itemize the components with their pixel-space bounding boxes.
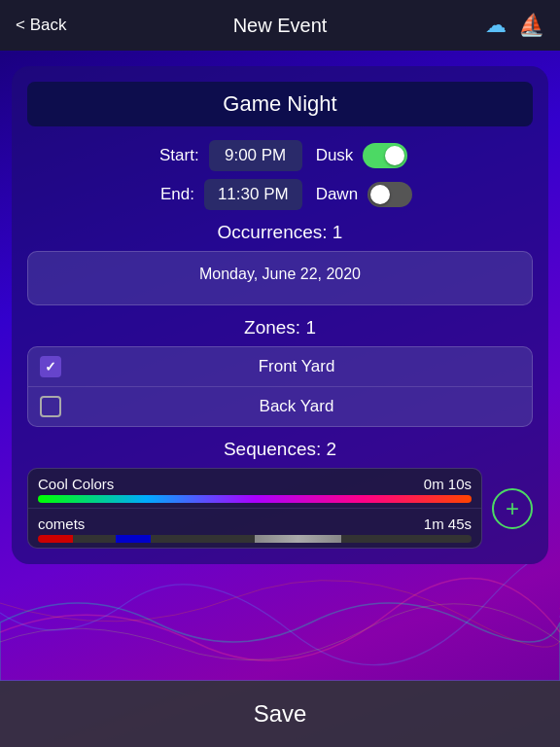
seq-name-cool: Cool Colors <box>38 476 114 492</box>
start-row: Start: 9:00 PM Dusk <box>27 140 533 171</box>
comets-bar-container <box>38 535 472 543</box>
sequences-box: Cool Colors 0m 10s comets 1m 45s <box>27 468 482 549</box>
occurrences-header: Occurrences: 1 <box>27 222 533 243</box>
occurrences-box: Monday, June 22, 2020 <box>27 251 533 305</box>
event-title-bar[interactable]: Game Night <box>27 82 533 126</box>
back-yard-label: Back Yard <box>73 397 520 416</box>
event-title: Game Night <box>223 91 336 116</box>
dusk-label: Dusk <box>316 146 354 165</box>
front-yard-label: Front Yard <box>73 357 520 376</box>
start-label: Start: <box>153 146 199 165</box>
add-sequence-button[interactable]: + <box>492 488 533 529</box>
zones-header: Zones: 1 <box>27 317 533 338</box>
cloud-icon[interactable]: ☁ <box>485 13 507 38</box>
back-yard-checkbox[interactable] <box>40 396 61 417</box>
back-button[interactable]: < Back <box>16 16 66 35</box>
seq-duration-cool: 0m 10s <box>424 476 472 492</box>
dusk-toggle-thumb <box>385 146 404 165</box>
seq-top-cool: Cool Colors 0m 10s <box>38 476 472 492</box>
seq-duration-comets: 1m 45s <box>424 516 472 532</box>
sequence-row-comets[interactable]: comets 1m 45s <box>28 509 481 548</box>
cool-colors-gradient <box>38 495 472 503</box>
dusk-toggle[interactable] <box>363 143 407 168</box>
seq-top-comets: comets 1m 45s <box>38 516 472 532</box>
end-time[interactable]: 11:30 PM <box>204 179 302 210</box>
sequence-row-cool-colors[interactable]: Cool Colors 0m 10s <box>28 469 481 509</box>
zones-box: ✓ Front Yard Back Yard <box>27 346 533 427</box>
dawn-toggle[interactable] <box>368 182 412 207</box>
front-yard-checkbox[interactable]: ✓ <box>40 356 61 377</box>
save-button[interactable]: Save <box>254 700 307 728</box>
page-title: New Event <box>233 15 328 37</box>
sequences-header: Sequences: 2 <box>27 439 533 460</box>
checkmark-icon: ✓ <box>45 359 56 374</box>
zone-row-back[interactable]: Back Yard <box>28 387 532 426</box>
dawn-toggle-thumb <box>370 185 390 204</box>
end-row: End: 11:30 PM Dawn <box>27 179 533 210</box>
seq-name-comets: comets <box>38 516 85 532</box>
save-bar: Save <box>0 681 560 747</box>
end-label: End: <box>148 185 194 204</box>
comets-gradient <box>38 535 472 543</box>
nav-icons: ☁ ⛵ <box>485 13 544 38</box>
start-time[interactable]: 9:00 PM <box>209 140 302 171</box>
nav-bar: < Back New Event ☁ ⛵ <box>0 0 560 51</box>
zone-row-front[interactable]: ✓ Front Yard <box>28 347 532 387</box>
cool-colors-bar-container <box>38 495 472 503</box>
occurrence-date[interactable]: Monday, June 22, 2020 <box>44 262 516 287</box>
sequences-outer: Cool Colors 0m 10s comets 1m 45s + <box>27 468 533 549</box>
boat-icon[interactable]: ⛵ <box>518 13 544 38</box>
dawn-label: Dawn <box>316 185 358 204</box>
content-card: Game Night Start: 9:00 PM Dusk End: 11:3… <box>12 66 548 564</box>
